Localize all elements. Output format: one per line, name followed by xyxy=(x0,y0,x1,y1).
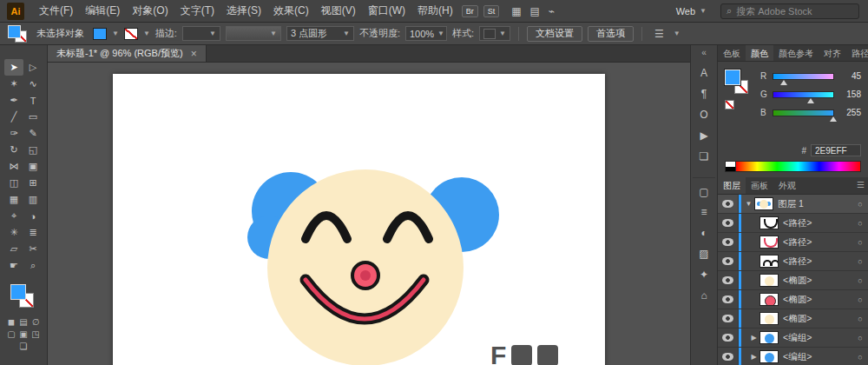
eyedropper-tool[interactable]: ⌖ xyxy=(4,208,23,224)
pencil-tool[interactable]: ✎ xyxy=(23,125,43,142)
free-transform-tool[interactable]: ▣ xyxy=(23,158,43,175)
preferences-button[interactable]: 首选项 xyxy=(588,26,634,42)
stock-button[interactable]: St xyxy=(483,5,500,17)
stroke-panel-icon[interactable]: ≡ xyxy=(693,202,715,222)
fill-swatch[interactable] xyxy=(10,284,26,300)
disclosure-triangle[interactable]: ▶ xyxy=(748,353,760,361)
arrange-documents-icon[interactable]: ▦ xyxy=(511,5,521,17)
hand-tool[interactable]: ☛ xyxy=(4,257,23,274)
menu-item-5[interactable]: 效果(C) xyxy=(267,3,315,18)
stroke-weight-dropdown[interactable]: ▼ xyxy=(182,26,220,41)
stroke-dropdown-icon[interactable]: ▼ xyxy=(143,30,150,37)
rectangle-tool[interactable]: ▭ xyxy=(23,109,43,125)
toolbar-fill-stroke[interactable] xyxy=(10,284,36,310)
visibility-toggle[interactable] xyxy=(718,309,739,328)
slider-thumb[interactable] xyxy=(830,116,837,122)
control-panel-menu-icon[interactable]: ☰ xyxy=(654,28,664,40)
zoom-tool[interactable]: ⌕ xyxy=(23,257,43,274)
brush-definition-dropdown[interactable]: ▼ xyxy=(226,26,281,41)
slice-tool[interactable]: ✂ xyxy=(23,241,43,257)
width-tool[interactable]: ⋈ xyxy=(4,158,23,175)
artboards-panel-icon[interactable]: ❏ xyxy=(693,146,715,167)
menu-item-3[interactable]: 文字(T) xyxy=(174,3,220,18)
menu-item-7[interactable]: 窗口(W) xyxy=(362,3,411,18)
layers-tab-0[interactable]: 图层 xyxy=(718,177,746,194)
target-circle[interactable]: ○ xyxy=(852,315,868,323)
channel-slider-g[interactable] xyxy=(773,91,834,98)
fill-stroke-proxy[interactable] xyxy=(7,24,30,43)
lasso-tool[interactable]: ∿ xyxy=(23,76,43,92)
width-profile-dropdown[interactable]: 3 点圆形 ▼ xyxy=(286,26,354,41)
menu-item-4[interactable]: 选择(S) xyxy=(220,3,267,18)
visibility-toggle[interactable] xyxy=(718,252,739,270)
target-circle[interactable]: ○ xyxy=(852,276,868,285)
screen-mode-button[interactable]: ❏ xyxy=(19,342,29,351)
character-panel-icon[interactable]: A xyxy=(693,63,715,83)
stock-search[interactable]: ⌕ xyxy=(720,3,859,19)
shape-builder-tool[interactable]: ◫ xyxy=(4,175,23,191)
libraries-panel-icon[interactable]: ⌂ xyxy=(693,285,715,306)
visibility-toggle[interactable] xyxy=(718,233,739,251)
menu-item-8[interactable]: 帮助(H) xyxy=(411,3,459,18)
style-dropdown[interactable]: ▼ xyxy=(479,26,510,41)
artboard-tool[interactable]: ▱ xyxy=(4,241,23,257)
visibility-toggle[interactable] xyxy=(718,290,739,309)
opacity-dropdown[interactable]: 100% ▼ xyxy=(405,26,447,41)
illustrator-logo[interactable]: Ai xyxy=(7,3,24,20)
actions-panel-icon[interactable]: ▶ xyxy=(693,125,715,146)
slider-thumb[interactable] xyxy=(780,80,787,85)
draw-normal-button[interactable]: ▢ xyxy=(7,329,16,339)
disclosure-triangle[interactable]: ▶ xyxy=(748,334,760,342)
stroke-color-swatch[interactable] xyxy=(124,28,138,40)
clown-nose-inner[interactable] xyxy=(360,270,371,281)
target-circle[interactable]: ○ xyxy=(852,219,868,228)
magic-wand-tool[interactable]: ✶ xyxy=(4,76,23,92)
line-segment-tool[interactable]: ╱ xyxy=(4,109,23,125)
artboard[interactable] xyxy=(113,74,605,365)
fill-dropdown-icon[interactable]: ▼ xyxy=(112,30,119,37)
target-circle[interactable]: ○ xyxy=(852,238,868,247)
draw-inside-button[interactable]: ◳ xyxy=(31,329,41,339)
layer-row[interactable]: <路径>○ xyxy=(718,252,868,271)
color-mode-button[interactable]: ◼ xyxy=(7,317,16,327)
layer-row[interactable]: ▶<编组>○ xyxy=(718,348,868,365)
paragraph-panel-icon[interactable]: ¶ xyxy=(693,83,715,104)
gradient-mode-button[interactable]: ▤ xyxy=(19,317,29,327)
layer-row[interactable]: <路径>○ xyxy=(718,214,868,233)
target-circle[interactable]: ○ xyxy=(852,257,868,266)
direct-selection-tool[interactable]: ▷ xyxy=(23,59,43,76)
channel-slider-b[interactable] xyxy=(773,110,834,116)
layers-tab-2[interactable]: 外观 xyxy=(773,177,801,194)
workspace-switcher[interactable]: Web ▼ xyxy=(676,6,707,17)
layer-row[interactable]: ▼图层 1○ xyxy=(718,195,868,214)
target-circle[interactable]: ○ xyxy=(852,295,868,304)
draw-behind-button[interactable]: ▣ xyxy=(19,329,29,339)
panel-menu-icon[interactable]: ☰ xyxy=(853,177,868,194)
transform-panel-icon[interactable]: ▢ xyxy=(693,177,715,202)
color-fill-swatch[interactable] xyxy=(725,70,740,85)
color-spectrum-bar[interactable] xyxy=(735,161,861,172)
layer-row[interactable]: <椭圆>○ xyxy=(718,290,868,309)
canvas[interactable]: F xyxy=(48,63,690,365)
target-circle[interactable]: ○ xyxy=(852,334,868,342)
none-swatch[interactable] xyxy=(725,100,734,110)
layers-tab-1[interactable]: 画板 xyxy=(746,177,773,194)
hex-input[interactable]: 2E9EFF xyxy=(811,144,861,156)
visibility-toggle[interactable] xyxy=(718,195,739,213)
gradient-tool[interactable]: ▥ xyxy=(23,191,43,208)
search-input[interactable] xyxy=(736,6,853,17)
paintbrush-tool[interactable]: ✑ xyxy=(4,125,23,142)
black-swatch[interactable] xyxy=(726,167,735,172)
color-tab-0[interactable]: 色板 xyxy=(718,45,746,61)
target-circle[interactable]: ○ xyxy=(852,200,868,209)
layer-row[interactable]: <椭圆>○ xyxy=(718,309,868,328)
mesh-tool[interactable]: ▦ xyxy=(4,191,23,208)
color-tab-1[interactable]: 颜色 xyxy=(746,45,773,61)
black-white-swatches[interactable] xyxy=(725,161,735,172)
target-circle[interactable]: ○ xyxy=(852,353,868,362)
visibility-toggle[interactable] xyxy=(718,328,739,347)
rotate-tool[interactable]: ↻ xyxy=(4,142,23,158)
slider-thumb[interactable] xyxy=(807,98,814,103)
layer-row[interactable]: ▶<编组>○ xyxy=(718,328,868,348)
visibility-toggle[interactable] xyxy=(718,271,739,289)
